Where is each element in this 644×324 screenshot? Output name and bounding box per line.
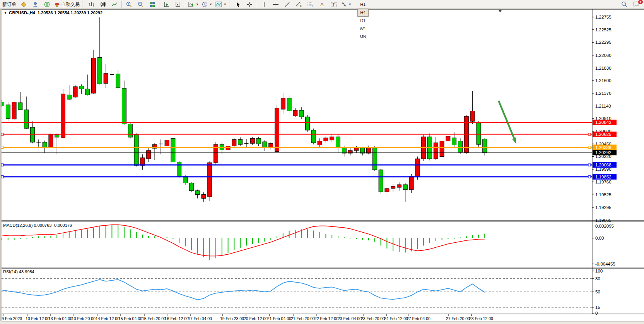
macd-histogram-bar bbox=[246, 238, 247, 245]
indicators-button[interactable]: ▼ bbox=[186, 0, 200, 9]
macd-histogram-bar bbox=[417, 238, 418, 249]
periods-clock-button[interactable]: ▼ bbox=[200, 0, 214, 9]
macd-histogram-bar bbox=[26, 238, 27, 238]
time-axis-label: 19 Feb 23:00 bbox=[220, 316, 244, 321]
macd-histogram-bar bbox=[38, 237, 39, 238]
macd-histogram-bar bbox=[203, 238, 204, 257]
macd-histogram-bar bbox=[356, 238, 357, 239]
line-left-handle[interactable] bbox=[1, 146, 3, 149]
bullish-candle bbox=[440, 141, 444, 157]
new-order-button[interactable]: 新订单 bbox=[1, 0, 18, 9]
candlestick-chart-button[interactable] bbox=[97, 0, 109, 9]
macd-histogram-bar bbox=[222, 238, 222, 255]
crosshair-button[interactable] bbox=[244, 0, 256, 9]
macd-histogram-bar bbox=[381, 238, 381, 245]
gold-diamond-icon bbox=[21, 2, 27, 7]
bearish-candle bbox=[458, 141, 463, 152]
chart-background bbox=[0, 9, 644, 324]
autotrading-icon bbox=[54, 2, 60, 7]
macd-histogram-bar bbox=[252, 238, 253, 244]
toolbar-separator bbox=[159, 1, 159, 8]
vertical-line-button[interactable] bbox=[258, 0, 270, 9]
add-indicator-icon bbox=[188, 2, 194, 7]
tile-windows-button[interactable] bbox=[146, 0, 158, 9]
bar-chart-button[interactable] bbox=[85, 0, 97, 9]
timeframe-h1-button[interactable]: H1 bbox=[357, 0, 369, 9]
cursor-button[interactable] bbox=[232, 0, 244, 9]
macd-histogram-bar bbox=[118, 225, 118, 238]
bullish-candle bbox=[250, 139, 255, 144]
price-axis-label: 1.22295 bbox=[595, 40, 612, 45]
macd-histogram-bar bbox=[454, 238, 454, 239]
macd-histogram-bar bbox=[399, 238, 400, 252]
price-line-badge-label: 1.20068 bbox=[595, 163, 612, 167]
templates-button[interactable]: ▼ bbox=[214, 0, 228, 9]
line-chart-button[interactable] bbox=[109, 0, 120, 9]
auto-scroll-icon bbox=[164, 2, 169, 7]
time-axis-label: 16 Feb 12:00 bbox=[165, 316, 189, 321]
macd-histogram-bar bbox=[93, 228, 94, 238]
fibonacci-button[interactable]: F bbox=[305, 0, 316, 9]
equidistant-channel-button[interactable]: E bbox=[293, 0, 305, 9]
line-left-handle[interactable] bbox=[1, 176, 3, 178]
profile-icon-button[interactable] bbox=[29, 0, 41, 9]
timeframe-w1-button[interactable]: W1 bbox=[357, 25, 369, 33]
macd-histogram-bar bbox=[179, 238, 179, 243]
line-right-handle[interactable] bbox=[588, 164, 591, 166]
rsi-name: RSI(14) bbox=[3, 269, 18, 274]
macd-axis-label: -0.004455 bbox=[595, 262, 615, 266]
arrows-tool-button[interactable]: ▼ bbox=[340, 0, 353, 9]
macd-histogram-bar bbox=[111, 225, 112, 238]
zoom-in-button[interactable] bbox=[123, 0, 135, 9]
line-right-handle[interactable] bbox=[588, 146, 591, 149]
chart-shift-button[interactable] bbox=[172, 0, 184, 9]
bullish-candle bbox=[470, 111, 475, 121]
bearish-candle bbox=[287, 98, 291, 111]
timeframe-h4-button[interactable]: H4 bbox=[357, 9, 369, 17]
toolbar-separator bbox=[121, 1, 122, 8]
time-axis-label: 22 Feb 12:00 bbox=[314, 316, 338, 321]
bullish-candle bbox=[208, 163, 212, 197]
notifications-button[interactable]: 1 bbox=[630, 0, 642, 9]
window-left-edge bbox=[0, 9, 2, 324]
line-right-handle[interactable] bbox=[588, 176, 591, 178]
text-label-button[interactable]: T bbox=[328, 0, 340, 9]
search-button[interactable] bbox=[618, 0, 630, 9]
macd-histogram-bar bbox=[81, 230, 82, 238]
bearish-candle bbox=[189, 183, 193, 191]
horizontal-line-button[interactable] bbox=[270, 0, 282, 9]
line-left-handle[interactable] bbox=[1, 164, 3, 166]
macd-histogram-bar bbox=[436, 238, 436, 241]
macd-histogram-bar bbox=[228, 238, 229, 253]
timeframe-d1-button[interactable]: D1 bbox=[357, 17, 369, 25]
rsi-indicator-label: RSI(14) 48.9984 bbox=[3, 269, 34, 274]
price-line-badge-label: 1.20292 bbox=[595, 150, 612, 155]
macd-histogram-bar bbox=[167, 237, 167, 238]
macd-histogram-bar bbox=[307, 230, 308, 238]
macd-histogram-bar bbox=[142, 235, 143, 238]
autotrading-button[interactable]: 自动交易 bbox=[53, 0, 81, 9]
periods-caret: ▼ bbox=[209, 3, 212, 6]
bearish-candle bbox=[85, 89, 90, 95]
macd-histogram-bar bbox=[8, 238, 9, 240]
price-axis-label: 1.21830 bbox=[595, 66, 612, 70]
bearish-candle bbox=[116, 74, 120, 88]
tile-windows-icon bbox=[149, 2, 155, 7]
line-left-handle[interactable] bbox=[1, 133, 3, 135]
svg-text:A: A bbox=[320, 2, 324, 7]
chart-ohlc-values: 1.20536 1.20554 1.20239 1.20292 bbox=[38, 10, 102, 15]
bearish-candle bbox=[134, 135, 138, 166]
chart-canvas[interactable]: 1.227551.225251.222951.220601.218301.216… bbox=[0, 0, 644, 324]
gold-diamond-icon-button[interactable] bbox=[18, 0, 29, 9]
auto-scroll-button[interactable] bbox=[161, 0, 172, 9]
text-button[interactable]: A bbox=[316, 0, 328, 9]
trendline-button[interactable] bbox=[282, 0, 293, 9]
zoom-out-button[interactable] bbox=[135, 0, 146, 9]
sonar-icon-button[interactable] bbox=[41, 0, 53, 9]
clock-icon bbox=[202, 2, 208, 7]
timeframe-mn-button[interactable]: MN bbox=[357, 33, 369, 41]
macd-histogram-bar bbox=[331, 235, 332, 238]
price-axis-label: 1.19295 bbox=[595, 205, 612, 210]
macd-histogram-bar bbox=[277, 237, 277, 238]
line-right-handle[interactable] bbox=[588, 133, 591, 135]
